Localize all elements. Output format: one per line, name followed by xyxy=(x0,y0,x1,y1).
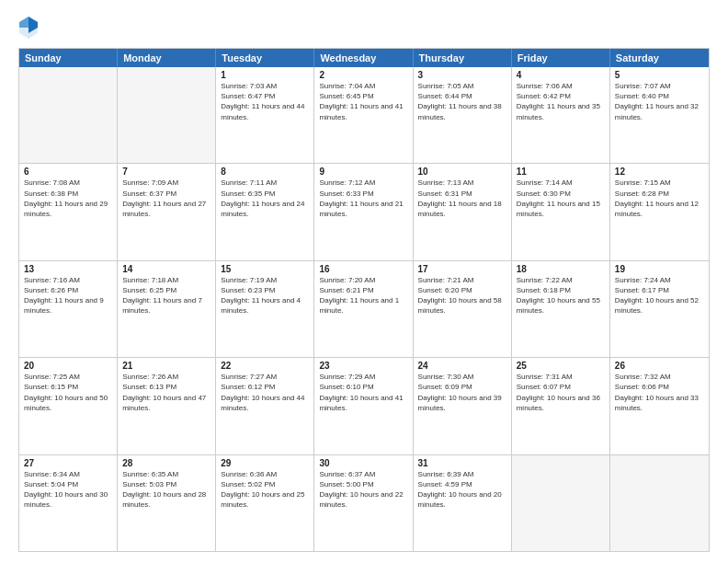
day-number: 9 xyxy=(319,167,407,177)
day-number: 22 xyxy=(221,361,309,371)
day-number: 17 xyxy=(418,264,506,274)
day-header: Sunday xyxy=(19,49,118,67)
cell-info: Sunrise: 7:24 AMSunset: 6:17 PMDaylight:… xyxy=(615,275,704,316)
calendar-cell: 1Sunrise: 7:03 AMSunset: 6:47 PMDaylight… xyxy=(216,67,314,163)
cell-info: Sunrise: 7:06 AMSunset: 6:42 PMDaylight:… xyxy=(517,81,605,122)
cell-info: Sunrise: 7:07 AMSunset: 6:40 PMDaylight:… xyxy=(615,81,704,122)
day-number: 28 xyxy=(122,458,210,468)
calendar-cell: 31Sunrise: 6:39 AMSunset: 4:59 PMDayligh… xyxy=(414,455,512,551)
logo xyxy=(18,15,42,39)
day-number: 25 xyxy=(517,361,605,371)
day-number: 24 xyxy=(418,361,506,371)
day-number: 3 xyxy=(418,70,506,80)
calendar-cell: 5Sunrise: 7:07 AMSunset: 6:40 PMDaylight… xyxy=(610,67,709,163)
calendar-cell: 13Sunrise: 7:16 AMSunset: 6:26 PMDayligh… xyxy=(19,261,118,357)
day-header: Wednesday xyxy=(314,49,413,67)
calendar-cell: 17Sunrise: 7:21 AMSunset: 6:20 PMDayligh… xyxy=(414,261,512,357)
day-number: 30 xyxy=(319,458,407,468)
day-number: 20 xyxy=(24,361,112,371)
cell-info: Sunrise: 7:20 AMSunset: 6:21 PMDaylight:… xyxy=(319,275,407,316)
calendar-cell: 30Sunrise: 6:37 AMSunset: 5:00 PMDayligh… xyxy=(314,455,413,551)
calendar-cell: 6Sunrise: 7:08 AMSunset: 6:38 PMDaylight… xyxy=(19,164,118,259)
calendar-cell: 21Sunrise: 7:26 AMSunset: 6:13 PMDayligh… xyxy=(118,358,216,454)
calendar-cell xyxy=(19,67,118,163)
day-number: 12 xyxy=(615,167,704,177)
calendar: SundayMondayTuesdayWednesdayThursdayFrid… xyxy=(18,48,710,552)
cell-info: Sunrise: 7:14 AMSunset: 6:30 PMDaylight:… xyxy=(517,178,605,219)
cell-info: Sunrise: 7:18 AMSunset: 6:25 PMDaylight:… xyxy=(122,275,210,316)
day-number: 26 xyxy=(615,361,704,371)
day-number: 2 xyxy=(319,70,407,80)
day-number: 14 xyxy=(122,264,210,274)
day-number: 13 xyxy=(24,264,112,274)
calendar-cell: 24Sunrise: 7:30 AMSunset: 6:09 PMDayligh… xyxy=(414,358,512,454)
calendar-cell: 7Sunrise: 7:09 AMSunset: 6:37 PMDaylight… xyxy=(118,164,216,259)
day-number: 19 xyxy=(615,264,704,274)
cell-info: Sunrise: 7:04 AMSunset: 6:45 PMDaylight:… xyxy=(319,81,407,122)
calendar-cell: 9Sunrise: 7:12 AMSunset: 6:33 PMDaylight… xyxy=(314,164,413,259)
day-header: Friday xyxy=(512,49,610,67)
day-number: 1 xyxy=(221,70,309,80)
cell-info: Sunrise: 7:30 AMSunset: 6:09 PMDaylight:… xyxy=(418,372,506,413)
cell-info: Sunrise: 7:26 AMSunset: 6:13 PMDaylight:… xyxy=(122,372,210,413)
logo-icon xyxy=(18,15,39,39)
day-number: 4 xyxy=(517,70,605,80)
day-number: 29 xyxy=(221,458,309,468)
cell-info: Sunrise: 7:15 AMSunset: 6:28 PMDaylight:… xyxy=(615,178,704,219)
calendar-week-row: 1Sunrise: 7:03 AMSunset: 6:47 PMDaylight… xyxy=(19,67,709,163)
calendar-week-row: 20Sunrise: 7:25 AMSunset: 6:15 PMDayligh… xyxy=(19,357,709,454)
calendar-cell: 10Sunrise: 7:13 AMSunset: 6:31 PMDayligh… xyxy=(414,164,512,259)
calendar-header-row: SundayMondayTuesdayWednesdayThursdayFrid… xyxy=(19,49,709,67)
day-number: 6 xyxy=(24,167,112,177)
cell-info: Sunrise: 6:37 AMSunset: 5:00 PMDaylight:… xyxy=(319,469,407,511)
cell-info: Sunrise: 6:36 AMSunset: 5:02 PMDaylight:… xyxy=(221,469,309,511)
calendar-cell: 14Sunrise: 7:18 AMSunset: 6:25 PMDayligh… xyxy=(118,261,216,357)
cell-info: Sunrise: 7:21 AMSunset: 6:20 PMDaylight:… xyxy=(418,275,506,316)
day-number: 15 xyxy=(221,264,309,274)
day-number: 16 xyxy=(319,264,407,274)
cell-info: Sunrise: 7:13 AMSunset: 6:31 PMDaylight:… xyxy=(418,178,506,219)
cell-info: Sunrise: 7:22 AMSunset: 6:18 PMDaylight:… xyxy=(517,275,605,316)
calendar-cell xyxy=(512,455,610,551)
calendar-cell: 11Sunrise: 7:14 AMSunset: 6:30 PMDayligh… xyxy=(512,164,610,259)
cell-info: Sunrise: 6:35 AMSunset: 5:03 PMDaylight:… xyxy=(122,469,210,511)
calendar-cell: 2Sunrise: 7:04 AMSunset: 6:45 PMDaylight… xyxy=(314,67,413,163)
calendar-cell xyxy=(610,455,709,551)
cell-info: Sunrise: 7:27 AMSunset: 6:12 PMDaylight:… xyxy=(221,372,309,413)
calendar-cell: 18Sunrise: 7:22 AMSunset: 6:18 PMDayligh… xyxy=(512,261,610,357)
cell-info: Sunrise: 7:12 AMSunset: 6:33 PMDaylight:… xyxy=(319,178,407,219)
cell-info: Sunrise: 7:31 AMSunset: 6:07 PMDaylight:… xyxy=(517,372,605,413)
calendar-cell: 29Sunrise: 6:36 AMSunset: 5:02 PMDayligh… xyxy=(216,455,314,551)
cell-info: Sunrise: 7:32 AMSunset: 6:06 PMDaylight:… xyxy=(615,372,704,413)
calendar-cell: 19Sunrise: 7:24 AMSunset: 6:17 PMDayligh… xyxy=(610,261,709,357)
page: SundayMondayTuesdayWednesdayThursdayFrid… xyxy=(0,0,728,563)
cell-info: Sunrise: 6:34 AMSunset: 5:04 PMDaylight:… xyxy=(24,469,112,511)
calendar-week-row: 13Sunrise: 7:16 AMSunset: 6:26 PMDayligh… xyxy=(19,260,709,357)
calendar-cell: 28Sunrise: 6:35 AMSunset: 5:03 PMDayligh… xyxy=(118,455,216,551)
day-number: 10 xyxy=(418,167,506,177)
calendar-cell: 20Sunrise: 7:25 AMSunset: 6:15 PMDayligh… xyxy=(19,358,118,454)
calendar-body: 1Sunrise: 7:03 AMSunset: 6:47 PMDaylight… xyxy=(19,67,709,551)
calendar-cell: 8Sunrise: 7:11 AMSunset: 6:35 PMDaylight… xyxy=(216,164,314,259)
cell-info: Sunrise: 7:19 AMSunset: 6:23 PMDaylight:… xyxy=(221,275,309,316)
cell-info: Sunrise: 7:11 AMSunset: 6:35 PMDaylight:… xyxy=(221,178,309,219)
calendar-cell: 4Sunrise: 7:06 AMSunset: 6:42 PMDaylight… xyxy=(512,67,610,163)
day-number: 27 xyxy=(24,458,112,468)
day-number: 8 xyxy=(221,167,309,177)
day-header: Thursday xyxy=(414,49,512,67)
day-number: 11 xyxy=(517,167,605,177)
day-number: 18 xyxy=(517,264,605,274)
cell-info: Sunrise: 6:39 AMSunset: 4:59 PMDaylight:… xyxy=(418,469,506,511)
day-header: Monday xyxy=(118,49,216,67)
day-number: 21 xyxy=(122,361,210,371)
cell-info: Sunrise: 7:05 AMSunset: 6:44 PMDaylight:… xyxy=(418,81,506,122)
calendar-week-row: 6Sunrise: 7:08 AMSunset: 6:38 PMDaylight… xyxy=(19,163,709,259)
calendar-cell: 16Sunrise: 7:20 AMSunset: 6:21 PMDayligh… xyxy=(314,261,413,357)
cell-info: Sunrise: 7:25 AMSunset: 6:15 PMDaylight:… xyxy=(24,372,112,413)
cell-info: Sunrise: 7:03 AMSunset: 6:47 PMDaylight:… xyxy=(221,81,309,122)
header xyxy=(18,15,710,39)
cell-info: Sunrise: 7:08 AMSunset: 6:38 PMDaylight:… xyxy=(24,178,112,219)
day-number: 7 xyxy=(122,167,210,177)
calendar-cell: 12Sunrise: 7:15 AMSunset: 6:28 PMDayligh… xyxy=(610,164,709,259)
day-header: Saturday xyxy=(610,49,709,67)
